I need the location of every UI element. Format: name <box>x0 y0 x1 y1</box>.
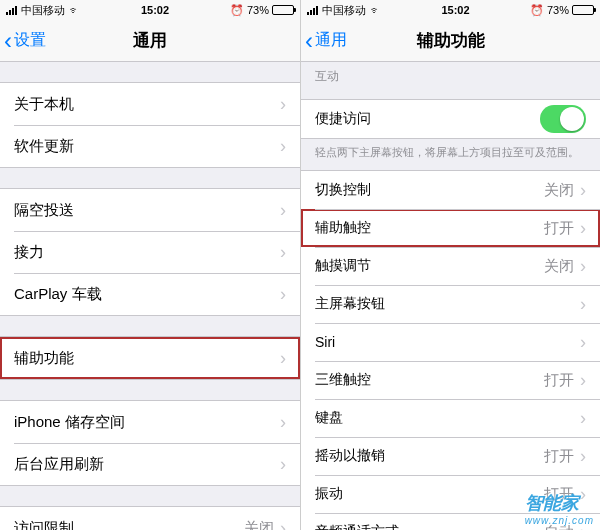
back-button[interactable]: ‹ 通用 <box>301 29 347 53</box>
chevron-right-icon: › <box>580 180 586 201</box>
battery-icon <box>572 5 594 15</box>
carrier-label: 中国移动 <box>322 3 366 18</box>
reachability-footer: 轻点两下主屏幕按钮，将屏幕上方项目拉至可及范围。 <box>301 139 600 160</box>
content-scroll[interactable]: 互动 便捷访问 轻点两下主屏幕按钮，将屏幕上方项目拉至可及范围。 切换控制关闭›… <box>301 62 600 530</box>
chevron-right-icon: › <box>280 200 286 221</box>
chevron-right-icon: › <box>580 332 586 353</box>
row-carplay[interactable]: CarPlay 车载› <box>0 273 300 315</box>
toggle-reachability[interactable] <box>540 105 586 133</box>
row-3d-touch[interactable]: 三维触控打开› <box>301 361 600 399</box>
chevron-right-icon: › <box>280 454 286 475</box>
row-switch-control[interactable]: 切换控制关闭› <box>301 171 600 209</box>
content-scroll[interactable]: 关于本机› 软件更新› 隔空投送› 接力› CarPlay 车载› 辅助功能› … <box>0 62 300 530</box>
row-handoff[interactable]: 接力› <box>0 231 300 273</box>
battery-pct: 73% <box>247 4 269 16</box>
screen-general: 中国移动 ᯤ 15:02 ⏰ 73% ‹ 设置 通用 关于本机› 软件更新› <box>0 0 300 530</box>
chevron-right-icon: › <box>280 136 286 157</box>
chevron-right-icon: › <box>280 94 286 115</box>
chevron-right-icon: › <box>280 242 286 263</box>
chevron-right-icon: › <box>580 294 586 315</box>
row-accessibility[interactable]: 辅助功能› <box>0 337 300 379</box>
nav-bar: ‹ 设置 通用 <box>0 20 300 62</box>
chevron-right-icon: › <box>280 412 286 433</box>
row-restrictions[interactable]: 访问限制关闭› <box>0 507 300 530</box>
chevron-right-icon: › <box>580 408 586 429</box>
chevron-right-icon: › <box>580 218 586 239</box>
chevron-right-icon: › <box>580 370 586 391</box>
row-vibration[interactable]: 振动打开› <box>301 475 600 513</box>
chevron-right-icon: › <box>580 484 586 505</box>
chevron-right-icon: › <box>580 522 586 530</box>
signal-icon <box>6 6 17 15</box>
status-bar: 中国移动 ᯤ 15:02 ⏰ 73% <box>0 0 300 20</box>
chevron-left-icon: ‹ <box>305 29 313 53</box>
status-time: 15:02 <box>80 4 230 16</box>
row-keyboard[interactable]: 键盘› <box>301 399 600 437</box>
alarm-icon: ⏰ <box>530 4 544 17</box>
row-background-refresh[interactable]: 后台应用刷新› <box>0 443 300 485</box>
row-siri[interactable]: Siri› <box>301 323 600 361</box>
back-button[interactable]: ‹ 设置 <box>0 29 46 53</box>
row-software-update[interactable]: 软件更新› <box>0 125 300 167</box>
row-shake-undo[interactable]: 摇动以撤销打开› <box>301 437 600 475</box>
row-iphone-storage[interactable]: iPhone 储存空间› <box>0 401 300 443</box>
status-time: 15:02 <box>381 4 530 16</box>
nav-bar: ‹ 通用 辅助功能 <box>301 20 600 62</box>
battery-icon <box>272 5 294 15</box>
carrier-label: 中国移动 <box>21 3 65 18</box>
row-call-audio-routing[interactable]: 音频通话方式自动› <box>301 513 600 530</box>
chevron-right-icon: › <box>280 348 286 369</box>
back-label: 设置 <box>14 30 46 51</box>
row-home-button[interactable]: 主屏幕按钮› <box>301 285 600 323</box>
chevron-right-icon: › <box>580 256 586 277</box>
row-assistive-touch[interactable]: 辅助触控打开› <box>301 209 600 247</box>
alarm-icon: ⏰ <box>230 4 244 17</box>
wifi-icon: ᯤ <box>370 4 381 16</box>
chevron-left-icon: ‹ <box>4 29 12 53</box>
screen-accessibility: 中国移动 ᯤ 15:02 ⏰ 73% ‹ 通用 辅助功能 互动 便捷访问 <box>300 0 600 530</box>
row-about[interactable]: 关于本机› <box>0 83 300 125</box>
chevron-right-icon: › <box>580 446 586 467</box>
row-airdrop[interactable]: 隔空投送› <box>0 189 300 231</box>
wifi-icon: ᯤ <box>69 4 80 16</box>
status-bar: 中国移动 ᯤ 15:02 ⏰ 73% <box>301 0 600 20</box>
back-label: 通用 <box>315 30 347 51</box>
row-reachability[interactable]: 便捷访问 <box>301 100 600 138</box>
row-touch-accommodations[interactable]: 触摸调节关闭› <box>301 247 600 285</box>
chevron-right-icon: › <box>280 518 286 531</box>
chevron-right-icon: › <box>280 284 286 305</box>
signal-icon <box>307 6 318 15</box>
section-header-interaction: 互动 <box>301 62 600 89</box>
battery-pct: 73% <box>547 4 569 16</box>
